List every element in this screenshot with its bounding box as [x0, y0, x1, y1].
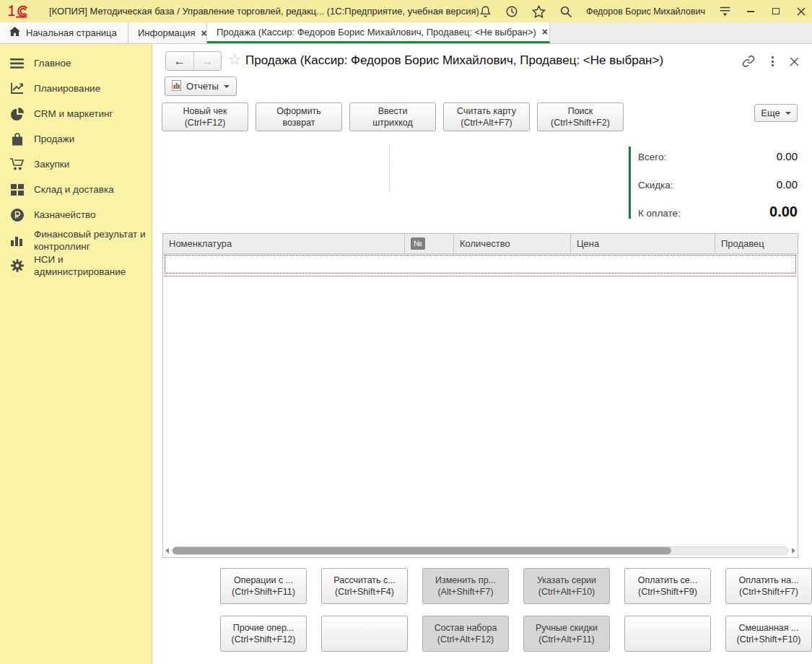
reports-button[interactable]: Отчеты	[165, 77, 237, 96]
minimize-icon[interactable]	[745, 6, 756, 17]
end-of-data-line	[165, 276, 796, 276]
specify-series-button[interactable]: Указать серии(Ctrl+Alt+F10)	[523, 568, 610, 604]
column-header-seller[interactable]: Продавец	[715, 234, 798, 253]
column-header-number[interactable]: №	[405, 234, 454, 253]
scrollbar-thumb[interactable]	[173, 547, 671, 554]
search-receipt-button[interactable]: Поиск(Ctrl+Shift+F2)	[537, 102, 624, 131]
column-header-nomenclature[interactable]: Номенклатура	[163, 234, 405, 253]
sidebar-item-treasury[interactable]: Казначейство	[0, 202, 152, 227]
payable-row: К оплате: 0.00	[638, 204, 798, 220]
mixed-payment-button[interactable]: Смешанная ...(Ctrl+Shift+F10)	[725, 616, 812, 652]
tab-information[interactable]: Информация ×	[128, 22, 207, 43]
sidebar-item-sales[interactable]: Продажи	[0, 126, 152, 152]
pay-certificate-button[interactable]: Оплатить се...(Ctrl+Shift+F9)	[624, 568, 711, 604]
forward-button[interactable]: →	[194, 52, 222, 70]
sidebar-item-planning[interactable]: Планирование	[0, 76, 152, 101]
history-nav-group: ← →	[165, 51, 222, 71]
read-card-button[interactable]: Считать карту(Ctrl+Alt+F7)	[443, 102, 530, 131]
page-title: Продажа (Кассир: Федоров Борис Михайлови…	[245, 53, 663, 68]
sidebar-item-warehouse-delivery[interactable]: Склад и доставка	[0, 177, 152, 202]
tab-bar: Начальная страница Информация × Продажа …	[0, 22, 812, 44]
chevron-down-icon	[785, 112, 791, 115]
favorite-star-icon[interactable]: ☆	[227, 51, 242, 69]
sale-form: ← → ☆ Продажа (Кассир: Федоров Борис Мих…	[152, 44, 812, 664]
horizontal-scrollbar[interactable]	[165, 546, 795, 556]
menu-icon	[0, 58, 34, 69]
sidebar-item-crm-marketing[interactable]: CRM и маркетинг	[0, 101, 152, 126]
calculate-discounts-button[interactable]: Рассчитать с...(Ctrl+Shift+F4)	[321, 568, 408, 604]
manual-discounts-button[interactable]: Ручные скидки(Ctrl+Alt+F11)	[523, 616, 610, 652]
bar-chart-icon	[0, 235, 34, 246]
items-table: Номенклатура № Количество Цена Продавец	[162, 233, 798, 558]
discount-row: Скидка: 0.00	[638, 178, 798, 191]
kit-contents-button[interactable]: Состав набора(Ctrl+Alt+F12)	[422, 616, 509, 652]
enter-barcode-button[interactable]: Ввестиштрихкод	[349, 102, 436, 131]
table-header: Номенклатура № Количество Цена Продавец	[163, 234, 798, 254]
scroll-left-icon[interactable]	[165, 548, 169, 554]
favorites-star-icon[interactable]	[532, 5, 546, 18]
tab-label: Продажа (Кассир: Федоров Борис Михайлови…	[217, 27, 536, 38]
sections-sidebar: Главное Планирование CRM и маркетинг	[0, 44, 152, 664]
back-button[interactable]: ←	[166, 52, 194, 70]
sidebar-item-financial-result[interactable]: Финансовый результат и контроллинг	[0, 227, 152, 253]
pie-chart-icon	[0, 108, 34, 121]
empty-button-1[interactable]	[321, 616, 408, 652]
maximize-icon[interactable]	[770, 6, 782, 17]
current-user[interactable]: Федоров Борис Михайлович	[586, 6, 705, 17]
shopping-bag-icon	[0, 133, 34, 146]
sidebar-item-main[interactable]: Главное	[0, 51, 152, 76]
discount-value: 0.00	[777, 178, 798, 191]
titlebar: [КОПИЯ] Методическая база / Управление т…	[0, 0, 812, 22]
tab-sale[interactable]: Продажа (Кассир: Федоров Борис Михайлови…	[207, 22, 550, 43]
scrollbar-track[interactable]	[172, 546, 789, 555]
app-title: [КОПИЯ] Методическая база / Управление т…	[49, 6, 479, 17]
new-receipt-button[interactable]: Новый чек(Ctrl+F12)	[162, 102, 248, 131]
notifications-bell-icon[interactable]	[479, 5, 492, 18]
pay-cash-button[interactable]: Оплатить на...(Ctrl+Shift+F7)	[725, 568, 812, 604]
total-value: 0.00	[777, 150, 798, 162]
more-menu-icon[interactable]	[772, 56, 774, 66]
tab-home[interactable]: Начальная страница	[0, 22, 128, 43]
row-number-badge: №	[411, 237, 425, 250]
table-row[interactable]	[165, 255, 796, 274]
column-header-quantity[interactable]: Количество	[454, 234, 571, 253]
service-menu-icon[interactable]	[719, 6, 731, 17]
more-button[interactable]: Еще	[754, 104, 798, 122]
sidebar-item-purchases[interactable]: Закупки	[0, 152, 152, 177]
operations-with-receipt-button[interactable]: Операции с ...(Ctrl+Shift+F11)	[220, 568, 307, 604]
close-tab-icon[interactable]: ×	[201, 28, 207, 38]
column-header-price[interactable]: Цена	[571, 234, 715, 253]
close-window-icon[interactable]	[795, 6, 807, 17]
report-icon	[172, 80, 181, 93]
grid-boxes-icon	[0, 184, 34, 196]
search-icon[interactable]	[559, 5, 572, 18]
app-window: [КОПИЯ] Методическая база / Управление т…	[0, 0, 812, 664]
chevron-down-icon	[224, 85, 230, 88]
payable-value: 0.00	[769, 204, 798, 220]
empty-button-2[interactable]	[624, 616, 711, 652]
total-row: Всего: 0.00	[638, 150, 798, 162]
change-price-button[interactable]: Изменить пр...(Alt+Shift+F7)	[422, 568, 509, 604]
shopping-cart-icon	[0, 158, 34, 170]
close-tab-icon[interactable]: ×	[542, 27, 548, 37]
planning-chart-icon	[0, 82, 34, 95]
tab-label: Информация	[138, 27, 196, 38]
history-icon[interactable]	[505, 5, 518, 18]
link-icon[interactable]	[741, 55, 756, 68]
gear-icon	[0, 259, 34, 272]
home-icon	[9, 27, 20, 39]
scroll-right-icon[interactable]	[792, 548, 795, 554]
process-return-button[interactable]: Оформитьвозврат	[256, 102, 342, 131]
tab-label: Начальная страница	[26, 27, 117, 38]
ruble-coin-icon	[0, 209, 34, 222]
sidebar-item-nsi-administration[interactable]: НСИ и администрирование	[0, 253, 152, 278]
other-operations-button[interactable]: Прочие опер...(Ctrl+Shift+F12)	[220, 616, 307, 652]
payment-area-separator	[389, 144, 390, 192]
close-form-icon[interactable]	[790, 57, 799, 66]
1c-logo-icon	[7, 4, 29, 18]
totals-accent-bar	[629, 147, 631, 219]
